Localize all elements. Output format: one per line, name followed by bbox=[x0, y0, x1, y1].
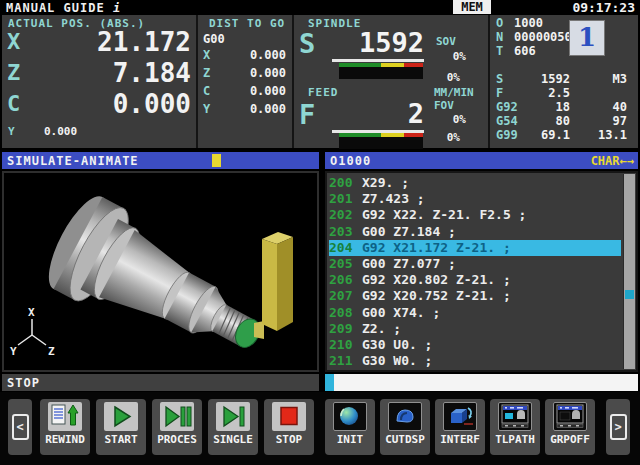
status-text: STOP bbox=[7, 376, 40, 390]
sov-label: SOV bbox=[436, 35, 456, 48]
workpiece bbox=[38, 189, 282, 370]
feed-unit: MM/MIN bbox=[434, 86, 474, 99]
onumber-row: O 1000 bbox=[490, 16, 638, 30]
axis-row-y: Y 0.000 bbox=[2, 125, 196, 141]
program-line-current[interactable]: 204G92 X21.172 Z-21. ; bbox=[329, 240, 621, 256]
program-listing-panel: 200X29. ; 201Z7.423 ; 202G92 X22. Z-21. … bbox=[325, 171, 638, 372]
spindle-load-value: 0% bbox=[418, 71, 460, 84]
simulation-viewport: X Y Z bbox=[2, 171, 319, 372]
dist-to-go-header: DIST TO GO bbox=[209, 17, 285, 30]
softkey-toolbar: < REWIND START bbox=[0, 392, 640, 465]
clock: 09:17:23 bbox=[572, 0, 635, 15]
dist-gcode: G00 bbox=[203, 32, 225, 46]
chevron-left-icon: < bbox=[12, 414, 29, 440]
softkey-label: SINGLE bbox=[208, 433, 258, 446]
program-line[interactable]: 208G00 X74. ; bbox=[329, 305, 621, 321]
softkey-label: INTERF bbox=[435, 433, 485, 446]
axis-row-c: C 0.000 bbox=[2, 91, 196, 121]
softkey-start[interactable]: START bbox=[96, 399, 146, 455]
char-key-indicator: CHAR←→ bbox=[591, 154, 634, 168]
stop-icon bbox=[272, 402, 306, 431]
modal-row-g54: G54 80 97 bbox=[490, 114, 638, 128]
softkey-cutdsp[interactable]: CUTDSP bbox=[380, 399, 430, 455]
program-input-line[interactable] bbox=[325, 374, 638, 391]
program-line[interactable]: 210G30 U0. ; bbox=[329, 337, 621, 353]
program-line[interactable]: 202G92 X22. Z-21. F2.5 ; bbox=[329, 207, 621, 223]
actual-pos-section: ACTUAL POS. (ABS.) X 21.172 Z 7.184 C 0.… bbox=[2, 15, 198, 148]
program-line[interactable]: 207G92 X20.752 Z-21. ; bbox=[329, 288, 621, 304]
chevron-right-icon: > bbox=[610, 414, 627, 440]
program-title: O1000 bbox=[330, 154, 371, 168]
axis-row-z: Z 7.184 bbox=[2, 60, 196, 90]
softkey-page-next[interactable]: > bbox=[606, 399, 630, 455]
cutting-tool bbox=[254, 232, 293, 339]
softkey-page-prev[interactable]: < bbox=[8, 399, 32, 455]
input-cursor bbox=[325, 374, 334, 391]
softkey-label: INIT bbox=[325, 433, 375, 446]
scrollbar-thumb[interactable] bbox=[625, 290, 634, 299]
dist-row-y: Y 0.000 bbox=[198, 102, 292, 117]
feed-header: FEED bbox=[308, 86, 339, 99]
softkey-tlpath[interactable]: TLPATH bbox=[490, 399, 540, 455]
rewind-icon bbox=[48, 402, 82, 431]
modal-row-g99: G99 69.1 13.1 bbox=[490, 128, 638, 142]
tool-number-icon: 1 bbox=[569, 20, 605, 56]
init-icon bbox=[333, 402, 367, 431]
process-icon bbox=[160, 402, 194, 431]
simulate-title-bar: SIMULATE-ANIMATE bbox=[2, 152, 319, 169]
program-line[interactable]: 201Z7.423 ; bbox=[329, 191, 621, 207]
axis-label-z: Z bbox=[48, 345, 55, 358]
page-title: MANUAL GUIDE i bbox=[6, 1, 121, 15]
position-panel: ACTUAL POS. (ABS.) X 21.172 Z 7.184 C 0.… bbox=[2, 15, 638, 148]
softkey-grpoff[interactable]: GRPOFF bbox=[545, 399, 595, 455]
program-line[interactable]: 200X29. ; bbox=[329, 175, 621, 191]
softkey-stop[interactable]: STOP bbox=[264, 399, 314, 455]
softkey-single[interactable]: SINGLE bbox=[208, 399, 258, 455]
simulate-indicator bbox=[212, 154, 221, 167]
sov-value: 0% bbox=[424, 50, 466, 63]
tnumber-row: T 606 bbox=[490, 44, 638, 58]
simulate-title: SIMULATE-ANIMATE bbox=[7, 154, 139, 168]
modal-row-g92: G92 18 40 bbox=[490, 100, 638, 114]
fov-value: 0% bbox=[424, 113, 466, 126]
spindle-feed-section: SPINDLE S 1592 SOV 0% 0% FEED F 2 MM/MIN… bbox=[294, 15, 490, 148]
softkey-label: CUTDSP bbox=[380, 433, 430, 446]
interf-icon bbox=[443, 402, 477, 431]
softkey-label: PROCES bbox=[152, 433, 202, 446]
softkey-interf[interactable]: INTERF bbox=[435, 399, 485, 455]
spindle-value: 1592 bbox=[332, 28, 424, 62]
single-icon bbox=[216, 402, 250, 431]
grpoff-icon bbox=[553, 402, 587, 431]
softkey-rewind[interactable]: REWIND bbox=[40, 399, 90, 455]
dist-row-x: X 0.000 bbox=[198, 48, 292, 63]
axis-label-x: X bbox=[28, 306, 35, 319]
program-line[interactable]: 203G00 Z7.184 ; bbox=[329, 224, 621, 240]
spindle-letter: S bbox=[299, 28, 315, 59]
title-bar: MANUAL GUIDE i MEM 09:17:23 bbox=[0, 0, 640, 15]
mode-badge: MEM bbox=[453, 0, 491, 14]
softkey-label: START bbox=[96, 433, 146, 446]
softkey-proces[interactable]: PROCES bbox=[152, 399, 202, 455]
dist-row-c: C 0.000 bbox=[198, 84, 292, 99]
program-scrollbar[interactable] bbox=[623, 174, 635, 369]
softkey-label: GRPOFF bbox=[545, 433, 595, 446]
program-line[interactable]: 206G92 X20.802 Z-21. ; bbox=[329, 272, 621, 288]
nnumber-row: N 00000050 bbox=[490, 30, 638, 44]
start-icon bbox=[104, 402, 138, 431]
program-line[interactable]: 205G00 Z7.077 ; bbox=[329, 256, 621, 272]
feed-load-bar bbox=[339, 137, 423, 149]
modal-row-s: S 1592 M3 bbox=[490, 72, 638, 86]
cutdsp-icon bbox=[388, 402, 422, 431]
program-info-section: O 1000 N 00000050 T 606 1 S 1592 M3 F 2.… bbox=[490, 15, 638, 148]
softkey-label: STOP bbox=[264, 433, 314, 446]
program-line[interactable]: 209Z2. ; bbox=[329, 321, 621, 337]
modal-row-f: F 2.5 bbox=[490, 86, 638, 100]
axis-row-x: X 21.172 bbox=[2, 29, 196, 59]
program-line[interactable]: 211G30 W0. ; bbox=[329, 353, 621, 369]
feed-load-value: 0% bbox=[418, 131, 460, 144]
feed-letter: F bbox=[299, 99, 315, 130]
simulation-status-bar: STOP bbox=[2, 374, 319, 391]
softkey-init[interactable]: INIT bbox=[325, 399, 375, 455]
softkey-label: TLPATH bbox=[490, 433, 540, 446]
axis-triad bbox=[18, 319, 46, 345]
